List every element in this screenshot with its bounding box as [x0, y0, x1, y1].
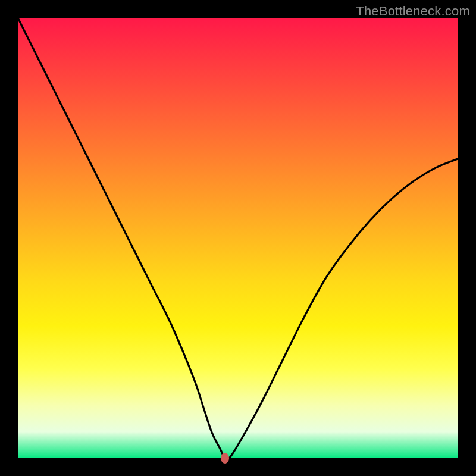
chart-frame: TheBottleneck.com [0, 0, 476, 476]
bottleneck-curve [18, 18, 458, 458]
optimal-point-marker [221, 453, 229, 464]
plot-area [18, 18, 458, 458]
watermark-text: TheBottleneck.com [356, 4, 470, 19]
